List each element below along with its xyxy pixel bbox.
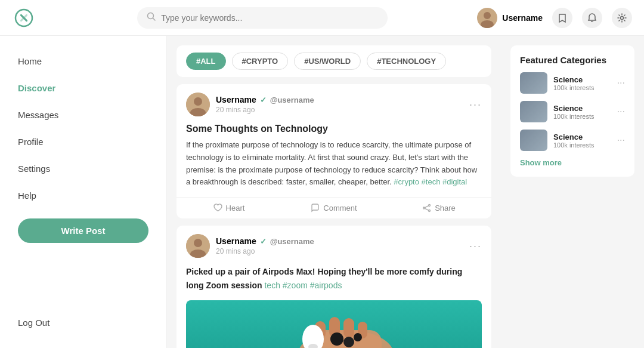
svg-point-17: [194, 239, 202, 247]
post-time: 20 mins ago: [216, 247, 463, 255]
svg-point-9: [194, 97, 202, 106]
svg-point-7: [621, 16, 624, 19]
post-tags[interactable]: tech #zoom #airpods: [264, 281, 342, 290]
heart-action[interactable]: Heart: [177, 198, 281, 218]
post-menu-button[interactable]: ···: [469, 98, 482, 111]
post-user-name: Username ✓ @username: [216, 95, 463, 104]
app-logo: [12, 6, 36, 30]
search-wrapper: [48, 7, 477, 29]
post-card: Username ✓ @username 20 mins ago ··· Som…: [177, 84, 491, 218]
filter-bar: #ALL #CRYPTO #US/WORLD #TECHNOLOGY: [177, 45, 491, 77]
main-feed: #ALL #CRYPTO #US/WORLD #TECHNOLOGY Usern…: [167, 36, 501, 348]
post-username-text: Username: [216, 236, 256, 246]
filter-technology[interactable]: #TECHNOLOGY: [367, 53, 446, 70]
post-avatar: [186, 93, 210, 116]
right-panel: Featured Categories Science 100k interes…: [501, 36, 644, 348]
post-tags[interactable]: #crypto #tech #digital: [394, 177, 467, 186]
share-action[interactable]: Share: [386, 198, 491, 218]
category-menu-button[interactable]: ···: [617, 78, 625, 88]
sidebar-item-logout[interactable]: Log Out: [0, 309, 166, 336]
category-menu-button[interactable]: ···: [617, 135, 625, 146]
show-more-button[interactable]: Show more: [520, 158, 625, 167]
category-item: Science 100k interests ···: [520, 101, 625, 122]
svg-rect-23: [343, 318, 354, 338]
svg-point-11: [429, 205, 431, 207]
sidebar-item-settings[interactable]: Settings: [0, 155, 166, 182]
user-info: Username: [477, 8, 543, 28]
sidebar-item-profile[interactable]: Profile: [0, 128, 166, 155]
category-info: Science 100k interests: [553, 133, 611, 149]
settings-button[interactable]: [612, 8, 632, 28]
svg-point-13: [429, 210, 431, 212]
category-info: Science 100k interests: [553, 104, 611, 120]
post-body: Picked up a pair of Airpods Max! Hoping …: [177, 263, 491, 300]
search-input[interactable]: [161, 13, 378, 23]
notifications-button[interactable]: [582, 8, 602, 28]
airpods-visual: [186, 300, 482, 348]
post-avatar: [186, 234, 210, 258]
svg-point-5: [484, 12, 491, 19]
category-thumbnail: [520, 72, 547, 94]
svg-point-28: [343, 337, 354, 347]
comment-label: Comment: [323, 204, 357, 213]
top-navigation: Username: [0, 0, 644, 36]
filter-crypto[interactable]: #CRYPTO: [232, 53, 289, 70]
post-card: Username ✓ @username 20 mins ago ··· Pic…: [177, 226, 491, 348]
category-name: Science: [553, 75, 611, 84]
category-count: 100k interests: [553, 141, 611, 149]
category-menu-button[interactable]: ···: [617, 106, 625, 117]
verified-badge: ✓: [260, 237, 267, 246]
search-container: [137, 7, 388, 29]
post-header: Username ✓ @username 20 mins ago ···: [177, 226, 491, 263]
search-icon: [147, 12, 156, 24]
sidebar-item-help[interactable]: Help: [0, 182, 166, 209]
verified-badge: ✓: [260, 96, 267, 104]
post-user-name: Username ✓ @username: [216, 236, 463, 246]
heart-label: Heart: [226, 204, 245, 213]
share-label: Share: [435, 204, 456, 213]
bookmark-button[interactable]: [552, 8, 572, 28]
category-count: 100k interests: [553, 84, 611, 91]
sidebar-item-messages[interactable]: Messages: [0, 101, 166, 128]
svg-line-15: [425, 208, 428, 210]
category-count: 100k interests: [553, 113, 611, 120]
category-item: Science 100k interests ···: [520, 130, 625, 151]
post-menu-button[interactable]: ···: [469, 240, 482, 252]
sidebar: Home Discover Messages Profile Settings …: [0, 36, 167, 348]
category-name: Science: [553, 104, 611, 113]
svg-point-27: [330, 332, 343, 346]
sidebar-item-home[interactable]: Home: [0, 48, 166, 75]
post-body: Some Thoughts on Technology If the proxi…: [177, 121, 491, 197]
comment-action[interactable]: Comment: [281, 198, 386, 218]
username-label: Username: [502, 13, 543, 23]
category-item: Science 100k interests ···: [520, 72, 625, 94]
post-image: [186, 300, 482, 348]
post-header: Username ✓ @username 20 mins ago ···: [177, 84, 491, 121]
user-avatar: [477, 8, 497, 28]
post-actions: Heart Comment Share: [177, 197, 491, 218]
filter-us-world[interactable]: #US/WORLD: [294, 53, 361, 70]
post-time: 20 mins ago: [216, 106, 463, 114]
post-text: If the proximate purpose of technology i…: [186, 139, 482, 189]
post-title: Some Thoughts on Technology: [186, 124, 482, 134]
svg-point-6: [481, 20, 494, 28]
filter-all[interactable]: #ALL: [186, 53, 226, 70]
category-info: Science 100k interests: [553, 75, 611, 91]
post-user-info: Username ✓ @username 20 mins ago: [216, 236, 463, 255]
post-user-info: Username ✓ @username 20 mins ago: [216, 95, 463, 114]
post-text: Picked up a pair of Airpods Max! Hoping …: [186, 265, 482, 292]
sidebar-item-discover[interactable]: Discover: [0, 75, 166, 101]
svg-line-4: [153, 18, 156, 20]
featured-title: Featured Categories: [520, 55, 625, 65]
category-name: Science: [553, 133, 611, 141]
category-thumbnail: [520, 101, 547, 122]
post-username-text: Username: [216, 95, 256, 104]
post-handle: @username: [270, 237, 314, 246]
featured-categories-panel: Featured Categories Science 100k interes…: [510, 45, 634, 177]
write-post-button[interactable]: Write Post: [18, 218, 148, 243]
body-layout: Home Discover Messages Profile Settings …: [0, 36, 644, 348]
nav-right: Username: [477, 8, 632, 28]
post-handle: @username: [270, 96, 314, 104]
svg-point-12: [423, 207, 425, 209]
category-thumbnail: [520, 130, 547, 151]
